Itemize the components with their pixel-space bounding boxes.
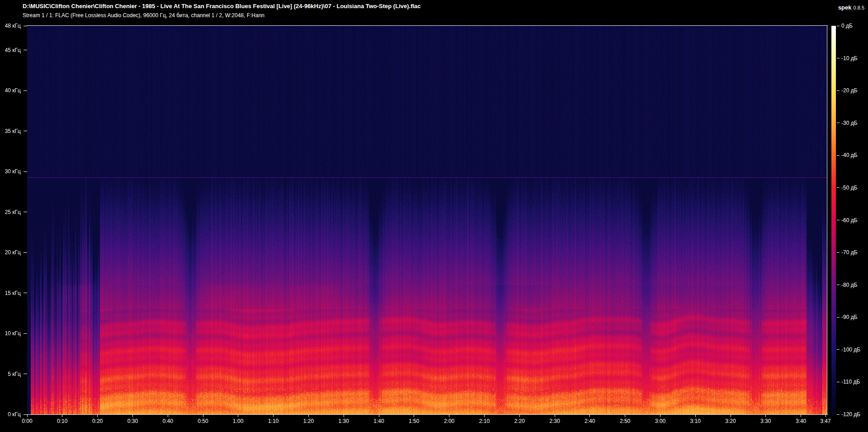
db-label: -30 дБ [841,120,858,126]
db-tick [837,58,840,58]
db-label: -80 дБ [841,282,858,288]
plot-border-bottom [27,414,828,415]
db-tick [837,187,840,188]
db-tick [837,26,840,26]
time-tick [203,415,203,417]
time-tick [132,415,133,417]
db-label: -90 дБ [841,314,858,320]
time-tick [555,415,555,417]
freq-tick [24,212,27,212]
time-label: 0:30 [123,418,142,424]
freq-label: 25 кГц [0,209,21,215]
freq-tick [24,333,27,334]
db-label: -50 дБ [841,185,858,191]
freq-tick [24,252,27,253]
time-label: 1:30 [334,418,354,424]
time-label: 2:50 [615,418,635,424]
time-label: 3:10 [685,418,705,424]
freq-tick [24,293,27,293]
freq-label: 40 кГц [0,87,21,94]
spectrogram-canvas [27,26,827,414]
time-label: 3:20 [721,418,741,424]
freq-label: 15 кГц [0,290,21,296]
db-tick [837,90,840,91]
db-label: -100 дБ [841,347,860,353]
db-label: -40 дБ [841,152,858,158]
freq-label: 48 кГц [0,23,21,29]
time-tick [27,415,28,417]
time-label: 3:47 [816,418,835,424]
time-label: 1:50 [404,418,424,424]
time-tick [731,415,731,417]
db-tick [837,155,840,156]
time-tick [308,415,309,417]
freq-label: 0 кГц [0,411,21,418]
time-tick [660,415,660,417]
db-label: 0 дБ [841,23,853,29]
time-label: 2:20 [509,418,529,424]
db-label: -10 дБ [841,55,858,62]
plot-border-top [27,25,828,26]
db-label: -20 дБ [841,87,858,94]
freq-label: 10 кГц [0,330,21,337]
time-tick [765,415,766,417]
freq-label: 35 кГц [0,128,21,134]
time-label: 2:30 [545,418,565,424]
db-tick [837,317,840,318]
time-tick [801,415,801,417]
freq-tick [24,26,27,26]
db-tick [837,414,840,415]
time-tick [590,415,590,417]
time-tick [168,415,168,417]
db-label: -120 дБ [841,411,860,418]
app-version: 0.8.5 [854,5,864,10]
db-tick [837,220,840,220]
time-label: 0:50 [193,418,213,424]
time-tick [484,415,485,417]
plot-border-right [827,25,827,415]
time-label: 0:10 [52,418,72,424]
spek-window: D:\MUSIC\Clifton Chenier\Clifton Chenier… [0,0,868,432]
time-label: 3:40 [791,418,811,424]
freq-label: 45 кГц [0,47,21,53]
db-tick [837,252,840,253]
db-label: -110 дБ [841,379,860,385]
freq-tick [24,50,27,50]
time-label: 1:20 [298,418,318,424]
db-tick [837,349,840,350]
time-tick [519,415,520,417]
file-path: D:\MUSIC\Clifton Chenier\Clifton Chenier… [23,3,421,9]
db-tick [837,285,840,285]
app-name: spek [838,4,852,11]
time-tick [625,415,625,417]
time-label: 2:40 [580,418,600,424]
time-label: 3:00 [650,418,670,424]
time-tick [238,415,238,417]
time-tick [826,415,826,417]
db-label: -60 дБ [841,217,858,223]
time-label: 0:00 [17,418,37,424]
time-label: 1:40 [369,418,389,424]
app-badge: spek0.8.5 [838,3,864,11]
time-tick [414,415,414,417]
time-tick [449,415,449,417]
freq-label: 5 кГц [0,371,21,377]
time-tick [379,415,379,417]
time-label: 2:10 [474,418,494,424]
db-colorbar [831,26,836,414]
freq-tick [24,90,27,91]
db-tick [837,382,840,382]
freq-tick [24,131,27,131]
time-tick [62,415,62,417]
stream-info: Stream 1 / 1: FLAC (Free Lossless Audio … [23,12,264,19]
time-tick [273,415,274,417]
time-label: 0:40 [158,418,178,424]
time-label: 1:00 [228,418,248,424]
freq-label: 20 кГц [0,249,21,256]
freq-tick [24,171,27,172]
time-label: 2:00 [439,418,459,424]
time-tick [695,415,696,417]
time-label: 3:30 [756,418,776,424]
time-label: 0:20 [88,418,108,424]
freq-tick [24,374,27,374]
